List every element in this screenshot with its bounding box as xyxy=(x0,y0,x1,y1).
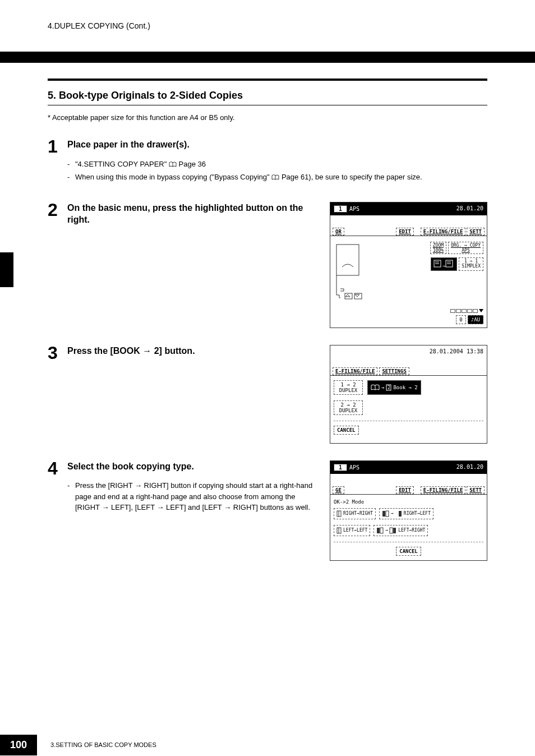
page-copy-icon xyxy=(445,260,454,268)
tab-efiling[interactable]: E-FILING/FILE xyxy=(333,367,377,375)
copy-count: 1 xyxy=(334,464,347,471)
count-display: 0 xyxy=(456,315,465,324)
left-left-button[interactable]: LEFT→LEFT xyxy=(334,525,370,536)
step-heading: On the basic menu, press the highlighted… xyxy=(67,202,319,226)
svg-marker-4 xyxy=(345,294,350,297)
duplex-1-2-button[interactable]: 1 → 2DUPLEX xyxy=(334,380,363,395)
copy-count: 1 xyxy=(334,205,347,213)
header-bar xyxy=(0,52,535,63)
section-title: 5. Book-type Originals to 2-Sided Copies xyxy=(48,90,487,105)
page-2-icon: 2 xyxy=(386,384,391,391)
tab-settings[interactable]: SETTINGS xyxy=(379,367,409,375)
svg-rect-2 xyxy=(336,245,359,275)
svg-rect-19 xyxy=(386,511,389,517)
right-right-button[interactable]: RIGHT→RIGHT xyxy=(334,508,376,519)
step-heading: Press the [BOOK → 2] button. xyxy=(67,345,319,357)
book-icon xyxy=(371,384,380,391)
list-item: -"4.SETTING COPY PAPER" Page 36 xyxy=(67,159,487,170)
book-open-icon xyxy=(376,527,384,534)
book-2-button-selected[interactable]: →2 Book → 2 xyxy=(367,380,421,395)
chapter-label: 3.SETTING OF BASIC COPY MODES xyxy=(50,741,156,748)
book-icon xyxy=(271,174,279,181)
left-right-button[interactable]: → LEFT→RIGHT xyxy=(373,525,428,536)
note: * Acceptable paper size for this functio… xyxy=(48,113,487,122)
book-open-icon xyxy=(382,510,390,517)
step-1: 1 Place paper in the drawer(s). -"4.SETT… xyxy=(48,139,487,185)
book-icon xyxy=(169,162,177,168)
book-page-icon xyxy=(336,527,342,534)
orig-copy-button[interactable]: ORG. → COPYAPS xyxy=(448,242,483,254)
aps-label: APS xyxy=(349,206,359,212)
step-2: 2 On the basic menu, press the highlight… xyxy=(48,202,487,328)
duplex-2-2-button[interactable]: 2 → 2DUPLEX xyxy=(334,400,363,415)
screen-duplex-options: 28.01.2004 13:38 E-FILING/FILE SETTINGS … xyxy=(330,345,487,444)
progress-indicator xyxy=(330,309,487,314)
svg-rect-27 xyxy=(393,528,396,533)
date-label: 28.01.20 xyxy=(456,205,483,213)
svg-rect-25 xyxy=(380,528,383,533)
svg-rect-21 xyxy=(399,511,402,517)
list-item: - Press the [RIGHT → RIGHT] button if co… xyxy=(67,480,319,513)
svg-rect-26 xyxy=(390,528,393,533)
aps-label: APS xyxy=(349,464,359,471)
datetime-label: 28.01.2004 13:38 xyxy=(430,348,483,354)
preview-illustration xyxy=(334,242,379,303)
tab-or[interactable]: OR xyxy=(333,228,344,236)
tab-efiling[interactable]: E-FILING/FILE xyxy=(421,228,465,236)
running-header: 4.DUPLEX COPYING (Cont.) xyxy=(0,0,535,30)
section-number: 5. xyxy=(48,90,56,101)
tab-ge[interactable]: GE xyxy=(333,486,344,494)
date-label: 28.01.20 xyxy=(456,464,483,471)
duplex-mode-button-highlighted[interactable]: → xyxy=(431,257,457,271)
zoom-button[interactable]: ZOOM100% xyxy=(430,242,446,254)
step-number: 1 xyxy=(48,137,67,185)
right-left-button[interactable]: → RIGHT→LEFT xyxy=(379,508,433,519)
auto-button[interactable]: ♪AU xyxy=(468,315,483,324)
rule xyxy=(48,79,487,81)
svg-rect-18 xyxy=(382,511,385,517)
section-heading: Book-type Originals to 2-Sided Copies xyxy=(59,90,243,101)
book-open-icon xyxy=(389,527,397,534)
step-number: 4 xyxy=(48,459,67,561)
screen-book-direction: 1 APS 28.01.20 GE EDIT E-FILING/FILE SET… xyxy=(330,460,487,561)
mode-label: OK->2 Mode xyxy=(334,499,483,505)
cancel-button[interactable]: CANCEL xyxy=(334,426,359,435)
step-number: 2 xyxy=(48,201,67,328)
side-tab xyxy=(0,252,13,287)
svg-marker-6 xyxy=(355,294,359,297)
step-heading: Select the book copying type. xyxy=(67,460,319,473)
list-item: -When using this mode in bypass copying … xyxy=(67,172,487,183)
tab-settings[interactable]: SETT xyxy=(467,228,485,236)
tab-settings[interactable]: SETT xyxy=(467,486,485,494)
tab-efiling[interactable]: E-FILING/FILE xyxy=(421,486,465,494)
svg-rect-24 xyxy=(377,528,380,533)
step-4: 4 Select the book copying type. - Press … xyxy=(48,460,487,561)
footer: 100 3.SETTING OF BASIC COPY MODES xyxy=(0,734,535,756)
book-open-icon xyxy=(395,510,403,517)
svg-text:2: 2 xyxy=(388,385,390,390)
step-number: 3 xyxy=(48,344,67,444)
step-3: 3 Press the [BOOK → 2] button. 28.01.200… xyxy=(48,345,487,444)
cancel-button[interactable]: CANCEL xyxy=(396,547,421,556)
simplex-button[interactable]: 1 → 1SIMPLEX xyxy=(459,257,483,271)
book-page-icon xyxy=(336,510,342,517)
tab-edit[interactable]: EDIT xyxy=(396,228,414,236)
step-heading: Place paper in the drawer(s). xyxy=(67,139,487,151)
screen-basic-menu: 1 APS 28.01.20 OR EDIT E-FILING/FILE SET… xyxy=(330,202,487,328)
page-number: 100 xyxy=(0,735,37,755)
tab-edit[interactable]: EDIT xyxy=(396,486,414,494)
page-orig-icon xyxy=(433,260,442,268)
